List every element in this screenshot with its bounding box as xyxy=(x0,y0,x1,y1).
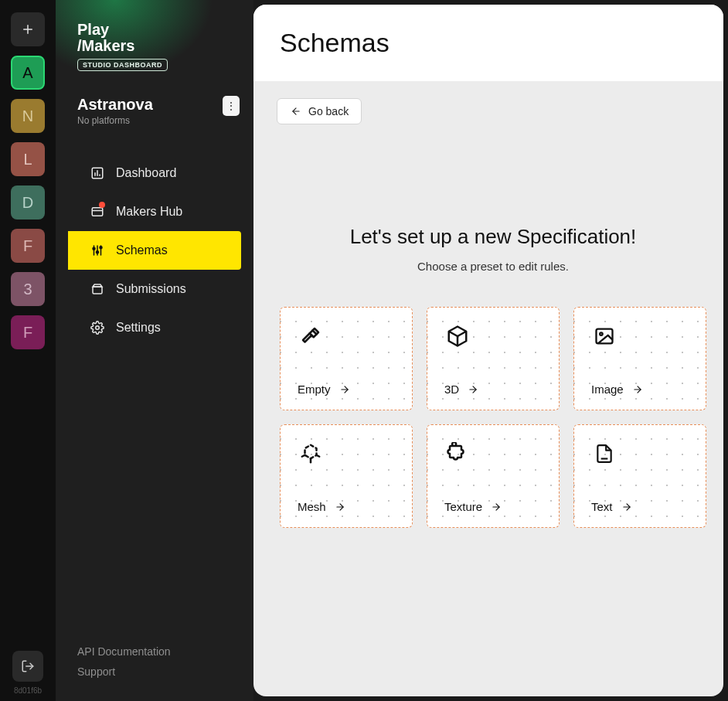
preset-mesh[interactable]: Mesh xyxy=(280,424,413,528)
file-icon xyxy=(591,441,617,467)
main-body: Go back Let's set up a new Specification… xyxy=(253,81,723,696)
arrow-right-icon xyxy=(631,384,644,395)
preset-label-row: 3D xyxy=(444,383,542,396)
sidebar-item-label: Dashboard xyxy=(116,166,176,180)
notification-dot xyxy=(99,202,105,208)
hero-title: Let's set up a new Specification! xyxy=(277,225,709,249)
go-back-button[interactable]: Go back xyxy=(277,98,362,124)
dashboard-icon xyxy=(90,165,105,181)
workspace-letter: D xyxy=(22,194,33,212)
main-panel: Schemas Go back Let's set up a new Speci… xyxy=(253,5,723,696)
project-subtitle: No platforms xyxy=(77,115,153,126)
preset-label: Text xyxy=(591,500,613,513)
workspace-letter: N xyxy=(22,107,33,125)
project-header: Astranova No platforms ⋮ xyxy=(56,85,253,131)
sidebar-footer: API Documentation Support xyxy=(56,645,253,701)
preset-label: Texture xyxy=(444,500,482,513)
sidebar-item-submissions[interactable]: Submissions xyxy=(68,270,241,308)
workspace-letter: 3 xyxy=(23,281,32,298)
hero-subtitle: Choose a preset to edit rules. xyxy=(277,260,709,273)
sliders-icon xyxy=(90,243,105,258)
workspace-tile[interactable]: F xyxy=(11,315,45,349)
preset-empty[interactable]: Empty xyxy=(280,307,413,410)
preset-label: 3D xyxy=(444,383,459,396)
support-link[interactable]: Support xyxy=(77,665,232,678)
preset-3d[interactable]: 3D xyxy=(427,307,560,410)
workspace-tile[interactable]: N xyxy=(11,99,45,133)
workspace-tile[interactable]: D xyxy=(11,185,45,219)
hammer-icon xyxy=(298,323,324,349)
svg-point-10 xyxy=(97,251,99,254)
api-docs-link[interactable]: API Documentation xyxy=(77,645,232,658)
svg-rect-4 xyxy=(92,208,103,216)
svg-point-18 xyxy=(600,332,603,335)
sidebar-nav: DashboardMakers HubSchemasSubmissionsSet… xyxy=(56,154,253,347)
arrow-right-icon xyxy=(338,384,351,395)
sidebar-item-label: Settings xyxy=(116,321,161,335)
cube-icon xyxy=(444,323,471,349)
more-vert-icon: ⋮ xyxy=(226,100,236,111)
puzzle-icon xyxy=(444,441,471,467)
sidebar-item-schemas[interactable]: Schemas xyxy=(68,231,241,270)
workspace-letter: F xyxy=(23,324,32,342)
project-name: Astranova xyxy=(77,96,153,114)
logout-button[interactable] xyxy=(12,651,43,682)
arrow-left-icon xyxy=(290,106,302,117)
arrow-right-icon xyxy=(334,502,346,512)
spec-hero: Let's set up a new Specification! Choose… xyxy=(277,225,709,273)
brand-block: Play /Makers STUDIO DASHBOARD xyxy=(56,22,253,85)
workspace-letter: F xyxy=(23,237,32,255)
go-back-label: Go back xyxy=(308,105,349,117)
svg-point-13 xyxy=(96,326,100,330)
brand-line1: Play xyxy=(77,22,232,38)
rail-bottom: 8d01f6b xyxy=(12,651,43,701)
arrow-right-icon xyxy=(490,502,502,512)
workspace-rail: ANLDF3F 8d01f6b xyxy=(0,0,56,701)
preset-label-row: Texture xyxy=(444,500,542,513)
page-title: Schemas xyxy=(280,28,697,58)
gear-icon xyxy=(90,320,105,335)
svg-point-9 xyxy=(93,247,95,250)
image-icon xyxy=(591,323,617,349)
preset-label-row: Text xyxy=(591,500,689,513)
preset-label: Image xyxy=(591,383,624,396)
preset-image[interactable]: Image xyxy=(573,307,706,410)
sidebar-item-settings[interactable]: Settings xyxy=(68,308,241,347)
sidebar: Play /Makers STUDIO DASHBOARD Astranova … xyxy=(56,0,253,701)
build-id: 8d01f6b xyxy=(14,686,42,695)
workspace-letter: A xyxy=(22,64,32,82)
workspace-tile[interactable]: 3 xyxy=(11,272,45,306)
preset-label: Mesh xyxy=(298,500,326,513)
arrow-right-icon xyxy=(467,384,479,395)
svg-point-11 xyxy=(100,247,102,249)
preset-label-row: Mesh xyxy=(298,500,395,513)
sidebar-item-dashboard[interactable]: Dashboard xyxy=(68,154,241,192)
brand-line2: /Makers xyxy=(77,38,232,54)
new-workspace-button[interactable] xyxy=(11,12,45,46)
workspace-tile[interactable]: F xyxy=(11,229,45,263)
preset-label-row: Image xyxy=(591,383,689,396)
workspace-tile[interactable]: L xyxy=(11,142,45,176)
logout-icon xyxy=(21,659,35,673)
preset-text[interactable]: Text xyxy=(573,424,706,528)
plus-icon xyxy=(21,22,35,36)
preset-texture[interactable]: Texture xyxy=(427,424,560,528)
sidebar-item-makers-hub[interactable]: Makers Hub xyxy=(68,192,241,231)
mesh-icon xyxy=(298,441,324,467)
workspace-tile[interactable]: A xyxy=(11,56,45,90)
preset-label-row: Empty xyxy=(298,383,395,396)
preset-label: Empty xyxy=(298,383,331,396)
project-text: Astranova No platforms xyxy=(77,96,153,126)
sidebar-item-label: Schemas xyxy=(116,243,168,257)
main-header: Schemas xyxy=(253,5,723,81)
arrow-right-icon xyxy=(621,502,633,512)
package-icon xyxy=(90,281,105,297)
sidebar-item-label: Submissions xyxy=(116,282,186,296)
workspace-letter: L xyxy=(23,151,32,168)
project-more-button[interactable]: ⋮ xyxy=(223,96,240,116)
sidebar-item-label: Makers Hub xyxy=(116,205,182,219)
brand-badge: STUDIO DASHBOARD xyxy=(77,59,168,71)
preset-grid: Empty3DImageMeshTextureText xyxy=(277,307,709,528)
